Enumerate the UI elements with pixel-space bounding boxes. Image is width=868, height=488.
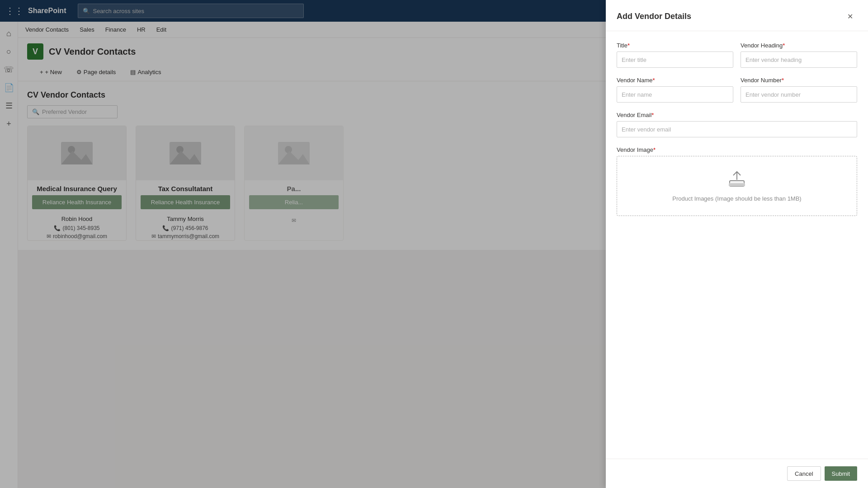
close-panel-button[interactable]: ✕ <box>843 9 857 22</box>
panel-title: Add Vendor Details <box>617 12 691 21</box>
side-panel: Add Vendor Details ✕ Title* Vendor Headi… <box>606 0 868 22</box>
panel-header: Add Vendor Details ✕ <box>606 0 868 22</box>
